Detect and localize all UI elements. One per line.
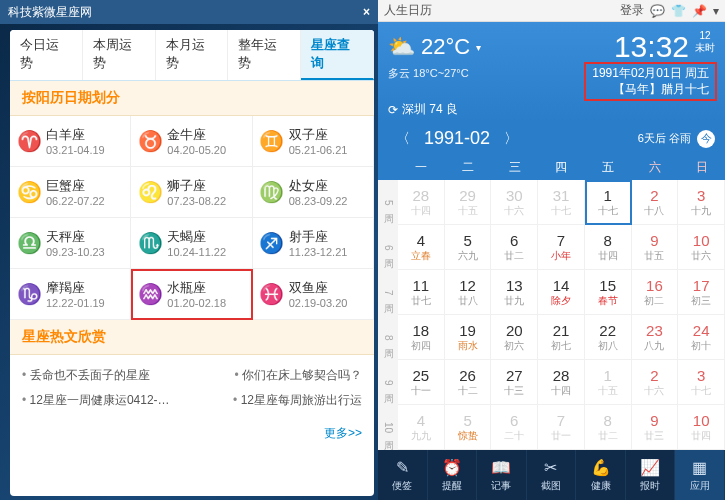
- day-cell[interactable]: 3十九: [678, 180, 725, 225]
- zodiac-双鱼座[interactable]: ♓双鱼座02.19-03.20: [253, 269, 374, 320]
- day-cell[interactable]: 1十七: [585, 180, 632, 225]
- weekday-header: 一二三四五六日: [378, 155, 725, 180]
- dow: 五: [585, 155, 632, 180]
- day-cell[interactable]: 2十六: [632, 360, 679, 405]
- day-cell[interactable]: 26十二: [445, 360, 492, 405]
- pin-icon[interactable]: 📌: [692, 4, 707, 18]
- month-label[interactable]: 1991-02: [424, 128, 490, 149]
- day-cell[interactable]: 7小年: [538, 225, 585, 270]
- day-cell[interactable]: 6二十: [491, 405, 538, 450]
- day-cell[interactable]: 14除夕: [538, 270, 585, 315]
- tab-3[interactable]: 整年运势: [228, 30, 301, 80]
- day-cell[interactable]: 31十七: [538, 180, 585, 225]
- zodiac-icon: ♎: [16, 230, 42, 256]
- day-cell[interactable]: 22初八: [585, 315, 632, 360]
- toolbar-icon: 📈: [640, 458, 660, 477]
- day-cell[interactable]: 19雨水: [445, 315, 492, 360]
- hot-link[interactable]: 丢命也不丢面子的星座: [22, 367, 150, 384]
- day-cell[interactable]: 25十一: [398, 360, 445, 405]
- toolbar-提醒[interactable]: ⏰提醒: [428, 450, 478, 500]
- day-cell[interactable]: 6廿二: [491, 225, 538, 270]
- zodiac-icon: ♏: [137, 230, 163, 256]
- day-cell[interactable]: 4立春: [398, 225, 445, 270]
- prev-month-button[interactable]: 〈: [388, 130, 418, 148]
- zodiac-title: 科技紫微星座网: [8, 4, 92, 21]
- day-cell[interactable]: 30十六: [491, 180, 538, 225]
- calendar-panel: 人生日历 登录 💬 👕 📌 ▾ ⛅ 22°C ▾ 13:32 12 未时: [378, 0, 725, 500]
- zodiac-天秤座[interactable]: ♎天秤座09.23-10.23: [10, 218, 131, 269]
- login-link[interactable]: 登录: [620, 2, 644, 19]
- day-cell[interactable]: 3十七: [678, 360, 725, 405]
- zodiac-水瓶座[interactable]: ♒水瓶座01.20-02.18: [131, 269, 252, 320]
- day-cell[interactable]: 7廿一: [538, 405, 585, 450]
- day-cell[interactable]: 17初三: [678, 270, 725, 315]
- day-cell[interactable]: 8廿二: [585, 405, 632, 450]
- tab-2[interactable]: 本月运势: [156, 30, 229, 80]
- refresh-icon[interactable]: ⟳: [388, 103, 398, 117]
- zodiac-狮子座[interactable]: ♌狮子座07.23-08.22: [131, 167, 252, 218]
- day-cell[interactable]: 5惊蛰: [445, 405, 492, 450]
- day-cell[interactable]: 9廿三: [632, 405, 679, 450]
- day-cell[interactable]: 9廿五: [632, 225, 679, 270]
- day-cell[interactable]: 24初十: [678, 315, 725, 360]
- day-cell[interactable]: 5六九: [445, 225, 492, 270]
- toolbar-记事[interactable]: 📖记事: [477, 450, 527, 500]
- tab-4[interactable]: 星座查询: [301, 30, 374, 80]
- day-cell[interactable]: 13廿九: [491, 270, 538, 315]
- toolbar-健康[interactable]: 💪健康: [576, 450, 626, 500]
- zodiac-天蝎座[interactable]: ♏天蝎座10.24-11.22: [131, 218, 252, 269]
- day-cell[interactable]: 8廿四: [585, 225, 632, 270]
- weather-range: 18°C~27°C: [413, 67, 469, 79]
- day-cell[interactable]: 12廿八: [445, 270, 492, 315]
- chat-icon[interactable]: 💬: [650, 4, 665, 18]
- day-cell[interactable]: 11廿七: [398, 270, 445, 315]
- zodiac-titlebar: 科技紫微星座网 ×: [0, 0, 378, 24]
- dow: 六: [632, 155, 679, 180]
- day-cell[interactable]: 18初四: [398, 315, 445, 360]
- zodiac-摩羯座[interactable]: ♑摩羯座12.22-01.19: [10, 269, 131, 320]
- zodiac-双子座[interactable]: ♊双子座05.21-06.21: [253, 116, 374, 167]
- zodiac-白羊座[interactable]: ♈白羊座03.21-04.19: [10, 116, 131, 167]
- day-cell[interactable]: 2十八: [632, 180, 679, 225]
- toolbar-便签[interactable]: ✎便签: [378, 450, 428, 500]
- location-text: 深圳 74 良: [402, 101, 458, 118]
- day-cell[interactable]: 29十五: [445, 180, 492, 225]
- shirt-icon[interactable]: 👕: [671, 4, 686, 18]
- toolbar-应用[interactable]: ▦应用: [675, 450, 725, 500]
- zodiac-金牛座[interactable]: ♉金牛座04.20-05.20: [131, 116, 252, 167]
- zodiac-icon: ♍: [259, 179, 285, 205]
- tab-1[interactable]: 本周运势: [83, 30, 156, 80]
- day-cell[interactable]: 15春节: [585, 270, 632, 315]
- menu-icon[interactable]: ▾: [713, 4, 719, 18]
- day-cell[interactable]: 20初六: [491, 315, 538, 360]
- location-row[interactable]: ⟳ 深圳 74 良: [388, 101, 715, 118]
- next-month-button[interactable]: 〉: [496, 130, 526, 148]
- day-cell[interactable]: 28十四: [538, 360, 585, 405]
- toolbar-报时[interactable]: 📈报时: [626, 450, 676, 500]
- calendar-grid: 5周28十四29十五30十六31十七1十七2十八3十九6周4立春5六九6廿二7小…: [378, 180, 725, 450]
- day-cell[interactable]: 21初七: [538, 315, 585, 360]
- day-cell[interactable]: 27十三: [491, 360, 538, 405]
- day-cell[interactable]: 16初二: [632, 270, 679, 315]
- calendar-header: ⛅ 22°C ▾ 13:32 12 未时 多云 18°C~27°C 1991年0…: [378, 22, 725, 122]
- hot-link[interactable]: 12星座一周健康运0412-…: [22, 392, 170, 409]
- day-cell[interactable]: 28十四: [398, 180, 445, 225]
- zodiac-射手座[interactable]: ♐射手座11.23-12.21: [253, 218, 374, 269]
- day-cell[interactable]: 10廿六: [678, 225, 725, 270]
- zodiac-处女座[interactable]: ♍处女座08.23-09.22: [253, 167, 374, 218]
- close-icon[interactable]: ×: [363, 5, 370, 19]
- zodiac-巨蟹座[interactable]: ♋巨蟹座06.22-07.22: [10, 167, 131, 218]
- today-button[interactable]: 今: [697, 130, 715, 148]
- tab-0[interactable]: 今日运势: [10, 30, 83, 80]
- hot-link[interactable]: 12星座每周旅游出行运: [233, 392, 362, 409]
- day-cell[interactable]: 4九九: [398, 405, 445, 450]
- hot-link[interactable]: 你们在床上够契合吗？: [234, 367, 362, 384]
- toolbar-截图[interactable]: ✂截图: [527, 450, 577, 500]
- day-cell[interactable]: 10廿四: [678, 405, 725, 450]
- day-cell[interactable]: 23八九: [632, 315, 679, 360]
- hot-articles: 丢命也不丢面子的星座你们在床上够契合吗？12星座一周健康运0412-…12星座每…: [10, 355, 374, 421]
- day-cell[interactable]: 1十五: [585, 360, 632, 405]
- toolbar-icon: ⏰: [442, 458, 462, 477]
- weather-chevron-icon[interactable]: ▾: [476, 42, 481, 53]
- more-link[interactable]: 更多>>: [10, 421, 374, 446]
